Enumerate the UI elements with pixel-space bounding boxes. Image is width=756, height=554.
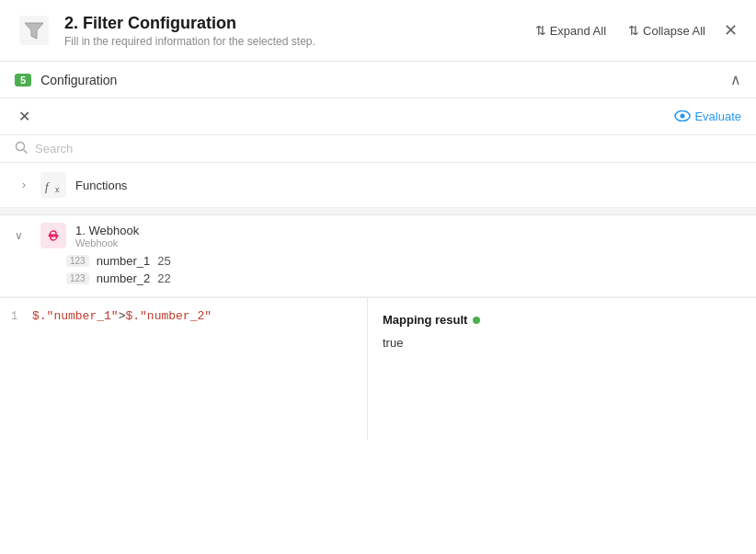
webhook-expand-icon: ∨ bbox=[15, 229, 33, 242]
webhook-item: ∨ 1. Webhook Webhook 123 number_1 25 123… bbox=[0, 215, 756, 297]
search-icon bbox=[15, 141, 28, 156]
result-status-dot bbox=[473, 317, 480, 324]
section-title: Configuration bbox=[40, 73, 730, 87]
header-text-block: 2. Filter Configuration Fill in the requ… bbox=[64, 14, 528, 48]
toolbar-row: ✕ Evaluate bbox=[0, 98, 756, 135]
page-header: 2. Filter Configuration Fill in the requ… bbox=[0, 0, 756, 62]
field-type-badge-1: 123 bbox=[66, 255, 89, 267]
close-icon: ✕ bbox=[724, 20, 738, 40]
svg-rect-9 bbox=[40, 223, 66, 248]
field-type-badge-2: 123 bbox=[66, 272, 89, 284]
code-part2: $."number_2" bbox=[125, 309, 212, 323]
page-title: 2. Filter Configuration bbox=[64, 14, 528, 33]
code-part1: $."number_1" bbox=[32, 309, 119, 323]
search-input[interactable] bbox=[35, 142, 741, 156]
webhook-type: Webhook bbox=[75, 237, 139, 248]
fx-icon: f x bbox=[40, 172, 66, 198]
result-header: Mapping result bbox=[383, 313, 741, 327]
result-value: true bbox=[383, 336, 741, 350]
collapse-all-label: Collapse All bbox=[643, 24, 705, 38]
chevron-up-icon: ∧ bbox=[730, 72, 741, 87]
webhook-header[interactable]: ∨ 1. Webhook Webhook bbox=[15, 223, 741, 248]
result-label: Mapping result bbox=[383, 313, 467, 327]
field-name-1: number_1 bbox=[97, 254, 151, 268]
search-row bbox=[0, 135, 756, 163]
field-row-number1: 123 number_1 25 bbox=[66, 254, 741, 268]
functions-label: Functions bbox=[75, 179, 127, 192]
section-collapse-button[interactable]: ∧ bbox=[730, 71, 741, 88]
expand-all-button[interactable]: ⇅ Expand All bbox=[528, 19, 613, 41]
result-panel: Mapping result true bbox=[368, 298, 756, 440]
svg-point-11 bbox=[56, 235, 59, 237]
code-panel[interactable]: 1 $."number_1">$."number_2" bbox=[0, 298, 368, 440]
webhook-fields: 123 number_1 25 123 number_2 22 bbox=[66, 254, 741, 285]
evaluate-label: Evaluate bbox=[694, 110, 741, 123]
field-value-1: 25 bbox=[157, 254, 170, 268]
collapse-all-button[interactable]: ⇅ Collapse All bbox=[621, 19, 713, 41]
filter-icon bbox=[15, 11, 53, 50]
clear-icon: ✕ bbox=[18, 109, 30, 124]
eye-icon bbox=[674, 109, 691, 124]
field-row-number2: 123 number_2 22 bbox=[66, 271, 741, 285]
svg-line-5 bbox=[24, 150, 28, 154]
functions-expand-icon: › bbox=[15, 176, 33, 194]
clear-button[interactable]: ✕ bbox=[15, 106, 34, 127]
expand-all-icon: ⇅ bbox=[535, 23, 546, 38]
close-button[interactable]: ✕ bbox=[720, 17, 741, 44]
line-number: 1 bbox=[11, 310, 17, 323]
section-badge: 5 bbox=[15, 74, 31, 87]
field-value-2: 22 bbox=[157, 271, 170, 285]
svg-text:x: x bbox=[55, 185, 60, 194]
page-subtitle: Fill in the required information for the… bbox=[64, 35, 528, 48]
webhook-icon bbox=[40, 223, 66, 248]
code-line-1: 1 $."number_1">$."number_2" bbox=[11, 309, 356, 323]
functions-tree-item[interactable]: › f x Functions bbox=[0, 163, 756, 208]
svg-point-10 bbox=[49, 235, 52, 237]
section-divider bbox=[0, 208, 756, 215]
webhook-name: 1. Webhook bbox=[75, 224, 139, 237]
webhook-name-block: 1. Webhook Webhook bbox=[75, 224, 139, 248]
collapse-all-icon: ⇅ bbox=[628, 23, 639, 38]
evaluate-button[interactable]: Evaluate bbox=[674, 109, 741, 124]
header-actions: ⇅ Expand All ⇅ Collapse All ✕ bbox=[528, 17, 741, 44]
section-header: 5 Configuration ∧ bbox=[0, 62, 756, 98]
expand-all-label: Expand All bbox=[550, 24, 606, 38]
svg-point-3 bbox=[681, 114, 685, 119]
editor-area: 1 $."number_1">$."number_2" Mapping resu… bbox=[0, 297, 756, 440]
field-name-2: number_2 bbox=[97, 271, 151, 285]
